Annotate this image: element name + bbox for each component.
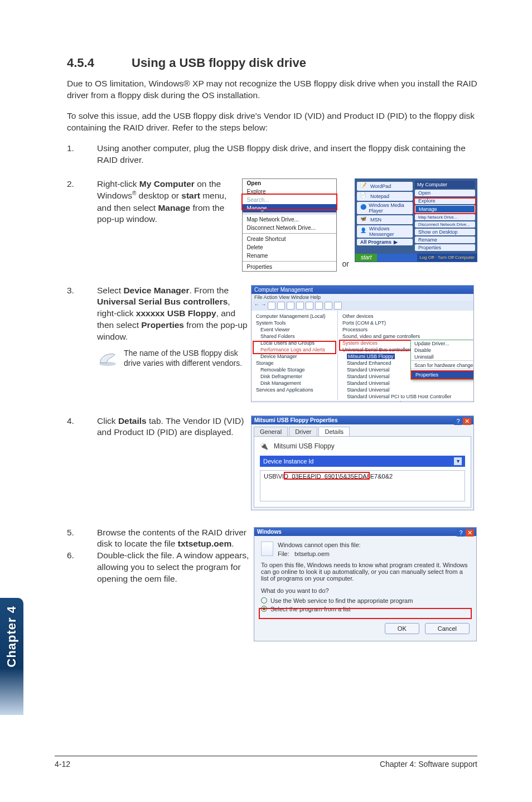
close-icon[interactable]: ✕: [466, 529, 474, 537]
intro-paragraph-2: To solve this issue, add the USB floppy …: [67, 110, 477, 134]
toolbar-button[interactable]: [296, 302, 304, 310]
usb-device-icon: 🔌: [260, 442, 268, 450]
ctx-search[interactable]: Search...: [243, 196, 336, 204]
context-menu-mycomputer: Open Explore Search... Manage Map Networ…: [242, 178, 337, 272]
startmenu-allprograms[interactable]: All Programs ▶: [357, 239, 413, 245]
startmenu-wordpad[interactable]: 📝WordPad: [357, 182, 413, 191]
help-icon[interactable]: ?: [457, 529, 465, 537]
devmgr-titlebar: Computer Management: [252, 286, 473, 294]
cancel-button[interactable]: Cancel: [425, 623, 470, 634]
help-icon[interactable]: ?: [454, 418, 462, 425]
tab-driver[interactable]: Driver: [289, 427, 317, 436]
ctx-uninstall[interactable]: Uninstall: [411, 354, 474, 360]
chevron-right-icon: ▶: [394, 239, 398, 245]
toolbar-button[interactable]: [306, 302, 313, 310]
chapter-label: Chapter 4: Software support: [380, 760, 477, 769]
sm-properties[interactable]: Properties: [415, 244, 475, 251]
sm-mapnet[interactable]: Map Network Drive...: [415, 214, 475, 220]
section-number: 4.5.4: [67, 56, 132, 70]
step-2: 2. Right-click My Computer on the Window…: [67, 178, 242, 226]
step-1: 1. Using another computer, plug the USB …: [67, 143, 477, 166]
toolbar-button[interactable]: [315, 302, 323, 310]
radio-icon: [261, 597, 267, 603]
toolbar-button[interactable]: [325, 302, 332, 310]
openwith-titlebar: Windows: [254, 528, 476, 536]
ctx-properties[interactable]: Properties: [411, 370, 474, 379]
toolbar-button[interactable]: [277, 302, 285, 310]
ctx-disconnect-network[interactable]: Disconnect Network Drive...: [243, 224, 336, 232]
device-name-row: 🔌 Mitsumi USB Floppy: [260, 442, 465, 450]
chapter-side-tab: Chapter 4: [0, 598, 23, 715]
ctx-delete[interactable]: Delete: [243, 243, 336, 252]
devmgr-toolbar[interactable]: ← →: [252, 301, 473, 311]
nav-fwd-icon[interactable]: →: [261, 302, 266, 310]
sm-discnet[interactable]: Disconnect Network Drive...: [415, 221, 475, 228]
ctx-scan-hardware[interactable]: Scan for hardware changes: [411, 362, 474, 369]
wmp-icon: 🔵: [360, 204, 366, 212]
step-text: Using another computer, plug the USB flo…: [97, 143, 477, 166]
start-button[interactable]: start: [355, 254, 377, 262]
wordpad-icon: 📝: [360, 182, 368, 190]
devmgr-right-tree[interactable]: Other devices Ports (COM & LPT) Processo…: [338, 311, 473, 400]
tray-logoff-turnoff[interactable]: Log Off · Turn Off Computer: [417, 254, 477, 262]
step-number: 6.: [67, 550, 97, 585]
sm-rename[interactable]: Rename: [415, 236, 475, 243]
step-text: Browse the contents of the RAID driver d…: [97, 527, 254, 550]
ctx-map-network[interactable]: Map Network Drive...: [243, 215, 336, 224]
device-instance-id-value: USB\VID_03EE&PID_6901\5&35EDA8E7&0&2: [260, 470, 465, 501]
ctx-manage[interactable]: Manage: [243, 204, 336, 212]
file-label: File:: [278, 550, 289, 557]
notepad-icon: 📄: [360, 192, 368, 200]
page-number: 4-12: [55, 760, 70, 769]
sm-open[interactable]: Open: [415, 190, 475, 196]
devmgr-left-tree[interactable]: Computer Management (Local) System Tools…: [252, 311, 338, 400]
props-titlebar: Mitsumi USB Floppy Properties: [252, 416, 473, 424]
ctx-disable[interactable]: Disable: [411, 347, 474, 354]
tab-details[interactable]: Details: [318, 427, 350, 436]
radio-select-from-list[interactable]: Select the program from a list: [261, 606, 470, 612]
startmenu-msn[interactable]: 🦋MSN: [357, 215, 413, 224]
step-text: Click Details tab. The Vendor ID (VID) a…: [97, 416, 251, 439]
ctx-properties[interactable]: Properties: [243, 263, 336, 271]
ctx-rename[interactable]: Rename: [243, 252, 336, 260]
nav-back-icon[interactable]: ←: [254, 302, 259, 310]
tab-general[interactable]: General: [254, 427, 288, 436]
openwith-explain: To open this file, Windows needs to know…: [261, 562, 470, 582]
step-number: 2.: [67, 178, 97, 226]
sm-manage[interactable]: Manage: [415, 205, 475, 213]
step-5: 5. Browse the contents of the RAID drive…: [67, 527, 254, 550]
devmgr-menubar[interactable]: File Action View Window Help: [252, 294, 473, 301]
ctx-open[interactable]: Open: [243, 179, 336, 187]
toolbar-button[interactable]: [287, 302, 294, 310]
screenshot-device-manager: Computer Management File Action View Win…: [251, 285, 474, 402]
toolbar-button[interactable]: [268, 302, 275, 310]
device-instance-id-select[interactable]: Device Instance Id ▾: [260, 456, 465, 467]
or-label: or: [340, 259, 351, 272]
startmenu-mycomputer-header[interactable]: My Computer: [415, 181, 475, 189]
ctx-explore[interactable]: Explore: [243, 187, 336, 196]
startmenu-notepad[interactable]: 📄Notepad: [357, 192, 413, 201]
startmenu-wmsg[interactable]: 👤Windows Messenger: [357, 225, 413, 238]
ok-button[interactable]: OK: [385, 623, 419, 634]
screenshot-open-with-dialog: Windows ? ✕ Windows cannot open this fil…: [254, 527, 477, 641]
intro-paragraph-1: Due to OS limitation, Windows® XP may no…: [67, 78, 477, 102]
section-title: Using a USB floppy disk drive: [132, 56, 306, 70]
radio-web-service[interactable]: Use the Web service to find the appropri…: [261, 597, 470, 604]
usb-floppy-item[interactable]: Mitsumi USB Floppy: [347, 354, 395, 359]
close-icon[interactable]: ✕: [463, 418, 471, 425]
sm-explore[interactable]: Explore: [415, 197, 475, 204]
step-number: 5.: [67, 527, 97, 550]
toolbar-button[interactable]: [334, 302, 342, 310]
file-name: txtsetup.oem: [294, 550, 330, 557]
ctx-update-driver[interactable]: Update Driver...: [411, 340, 474, 347]
step-number: 3.: [67, 285, 97, 344]
ctx-create-shortcut[interactable]: Create Shortcut: [243, 235, 336, 243]
footer-rule: [55, 756, 477, 756]
screenshot-manage-context-menu: Open Explore Search... Manage Map Networ…: [242, 178, 477, 272]
startmenu-wmp[interactable]: 🔵Windows Media Player: [357, 202, 413, 214]
step-6: 6. Double-click the file. A window appea…: [67, 550, 254, 585]
devmgr-context-menu: Update Driver... Disable Uninstall Scan …: [410, 340, 474, 380]
sm-show[interactable]: Show on Desktop: [415, 229, 475, 235]
section-heading: 4.5.4Using a USB floppy disk drive: [67, 56, 477, 70]
start-menu-screenshot: 📝WordPad 📄Notepad 🔵Windows Media Player …: [355, 178, 477, 262]
